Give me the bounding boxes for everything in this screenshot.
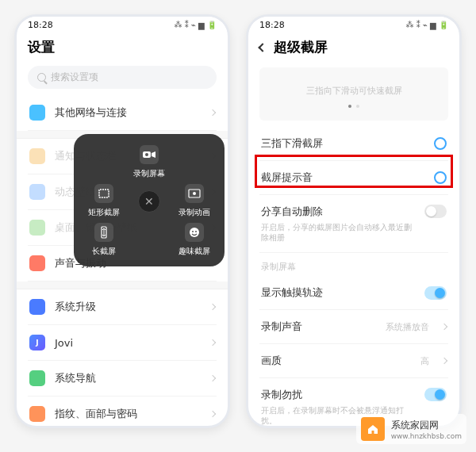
row-auto-delete[interactable]: 分享自动删除 开启后，分享的截屏图片会自动移入最近删除相册 xyxy=(259,195,448,253)
status-time: 18:28 xyxy=(259,20,285,30)
watermark-text: 系统家园网 www.hnzkhbsb.com xyxy=(391,419,462,440)
watermark-url: www.hnzkhbsb.com xyxy=(391,432,462,440)
svg-point-1 xyxy=(145,153,148,156)
search-placeholder: 搜索设置项 xyxy=(51,71,98,84)
bell-icon xyxy=(29,148,45,164)
status-bar: 18:28 ⁂ ⁑ ⌁ ▆ 🔋 xyxy=(248,17,459,32)
status-bar: 18:28 ⁂ ⁑ ⌁ ▆ 🔋 xyxy=(17,17,228,32)
page-title: 设置 xyxy=(28,38,55,56)
svg-point-8 xyxy=(195,231,197,232)
radio-on-icon[interactable] xyxy=(434,171,447,184)
chevron-right-icon xyxy=(209,375,216,381)
smile-icon xyxy=(185,223,204,242)
page-header: 超级截屏 xyxy=(248,32,459,63)
svg-rect-2 xyxy=(99,190,109,197)
chevron-right-icon xyxy=(209,304,216,310)
settings-item-upgrade[interactable]: 系统升级 xyxy=(28,289,217,325)
watermark: 系统家园网 www.hnzkhbsb.com xyxy=(356,414,466,444)
svg-point-4 xyxy=(193,192,196,195)
settings-item-navigation[interactable]: 系统导航 xyxy=(28,361,217,396)
page-indicator xyxy=(266,105,442,108)
watermark-title: 系统家园网 xyxy=(391,419,462,432)
hint-text: 三指向下滑动可快速截屏 xyxy=(266,85,442,97)
row-value: 系统播放音 xyxy=(386,321,429,333)
search-icon xyxy=(37,73,46,82)
chevron-right-icon xyxy=(209,339,216,346)
row-quality[interactable]: 画质 高 xyxy=(259,344,448,378)
popup-record-screen[interactable]: 录制屏幕 xyxy=(82,145,217,179)
row-value: 高 xyxy=(420,355,429,367)
svg-point-6 xyxy=(190,228,199,237)
crop-icon xyxy=(94,184,113,203)
toggle-on[interactable] xyxy=(424,388,447,401)
settings-item-connectivity[interactable]: 其他网络与连接 xyxy=(28,95,217,131)
wallpaper-icon xyxy=(29,220,45,236)
popup-close[interactable]: ✕ xyxy=(138,190,160,213)
chevron-right-icon xyxy=(441,358,447,364)
page-title: 超级截屏 xyxy=(274,38,328,56)
house-icon xyxy=(361,417,385,441)
link-icon xyxy=(29,105,45,121)
upgrade-icon xyxy=(29,299,45,315)
row-show-touch-track[interactable]: 显示触摸轨迹 xyxy=(259,276,448,310)
status-icons: ⁂ ⁑ ⌁ ▆ 🔋 xyxy=(175,21,217,29)
hint-card: 三指向下滑动可快速截屏 xyxy=(259,67,448,121)
row-record-sound[interactable]: 录制声音 系统播放音 xyxy=(259,310,448,344)
page-header: 设置 xyxy=(17,32,228,63)
camcorder-icon xyxy=(140,145,159,164)
screenshot-popup: 录制屏幕 矩形截屏 ✕ 录制动画 长截屏 xyxy=(74,134,225,266)
phone-right: 18:28 ⁂ ⁑ ⌁ ▆ 🔋 超级截屏 三指向下滑动可快速截屏 三指下滑截屏 … xyxy=(246,14,462,428)
row-three-finger-swipe[interactable]: 三指下滑截屏 xyxy=(259,127,448,161)
radio-on-icon[interactable] xyxy=(434,137,447,150)
popup-fun-screenshot[interactable]: 趣味截屏 xyxy=(171,223,217,257)
row-screenshot-sound[interactable]: 截屏提示音 xyxy=(259,161,448,195)
svg-point-7 xyxy=(192,231,194,232)
popup-long-screenshot[interactable]: 长截屏 xyxy=(82,223,127,257)
lock-icon xyxy=(29,184,45,200)
close-icon: ✕ xyxy=(138,190,160,213)
chevron-right-icon xyxy=(209,109,216,116)
jovi-icon: J xyxy=(29,335,45,350)
arrows-vertical-icon xyxy=(94,223,113,242)
toggle-off[interactable] xyxy=(424,205,447,218)
svg-rect-9 xyxy=(371,431,374,434)
navigation-icon xyxy=(29,370,45,386)
chevron-right-icon xyxy=(209,411,216,417)
status-time: 18:28 xyxy=(28,20,53,30)
settings-item-biometrics[interactable]: 指纹、面部与密码 xyxy=(28,396,217,426)
section-header-recording: 录制屏幕 xyxy=(259,253,448,276)
dot-active xyxy=(348,105,351,108)
fingerprint-icon xyxy=(29,406,45,422)
phone-left: 18:28 ⁂ ⁑ ⌁ ▆ 🔋 设置 搜索设置项 其他网络与连接 通知与状态栏 xyxy=(14,14,230,428)
status-icons: ⁂ ⁑ ⌁ ▆ 🔋 xyxy=(406,21,448,29)
back-icon[interactable] xyxy=(258,43,267,52)
toggle-on[interactable] xyxy=(424,286,447,300)
chevron-right-icon xyxy=(441,324,447,330)
search-input[interactable]: 搜索设置项 xyxy=(28,66,217,89)
popup-rect-screenshot[interactable]: 矩形截屏 xyxy=(82,184,127,218)
film-icon xyxy=(185,184,204,203)
dot xyxy=(356,105,359,108)
settings-item-jovi[interactable]: J Jovi xyxy=(28,325,217,361)
popup-record-anim[interactable]: 录制动画 xyxy=(171,184,217,218)
option-list: 三指下滑截屏 截屏提示音 分享自动删除 开启后，分享的截屏图片会自动移入最近删除… xyxy=(248,127,459,426)
speaker-icon xyxy=(29,255,45,271)
